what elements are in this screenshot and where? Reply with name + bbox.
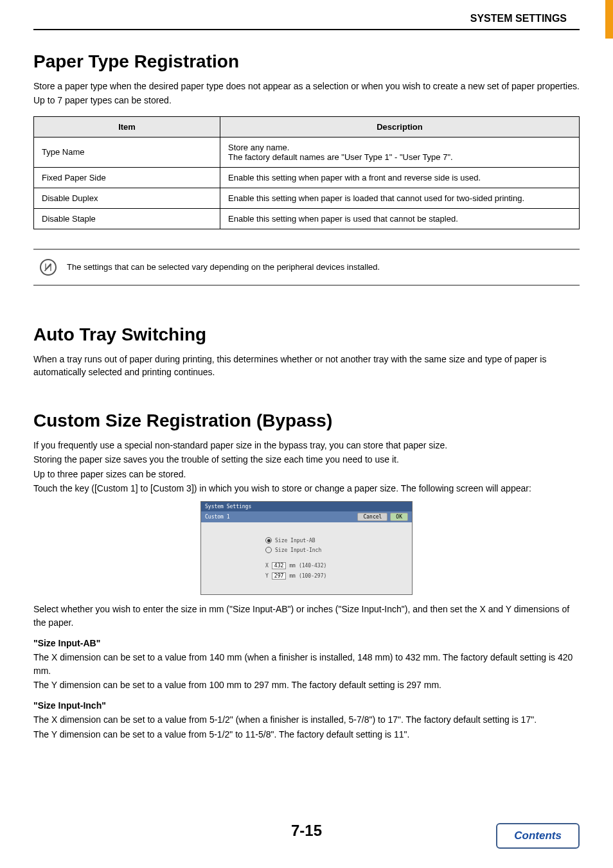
radio-icon: [265, 547, 272, 553]
size-input-ab-heading: "Size Input-AB": [33, 637, 580, 650]
y-range: (100-297): [299, 573, 326, 579]
table-cell-desc: Enable this setting when paper with a fr…: [220, 167, 580, 188]
header-orange-accent: [605, 0, 613, 39]
custom-size-p1: If you frequently use a special non-stan…: [33, 439, 580, 452]
radio-icon: [265, 537, 272, 544]
mini-screen-toolbar: Custom 1 Cancel OK: [201, 511, 412, 522]
y-label: Y: [265, 573, 269, 579]
auto-tray-desc: When a tray runs out of paper during pri…: [33, 353, 580, 379]
mini-screen-subtitle: Custom 1: [205, 514, 230, 520]
y-unit: mm: [289, 573, 296, 579]
size-input-inch-x: The X dimension can be set to a value fr…: [33, 713, 580, 726]
x-unit: mm: [289, 563, 296, 569]
table-header-row: Item Description: [34, 116, 580, 137]
table-row: Disable Duplex Enable this setting when …: [34, 188, 580, 208]
note-text: The settings that can be selected vary d…: [67, 262, 380, 272]
radio-size-input-ab[interactable]: Size Input-AB: [265, 537, 373, 544]
note-box: The settings that can be selected vary d…: [33, 249, 580, 286]
table-row: Disable Staple Enable this setting when …: [34, 208, 580, 229]
main-content: Paper Type Registration Store a paper ty…: [33, 51, 580, 742]
table-cell-item: Type Name: [34, 137, 220, 167]
table-header-item: Item: [34, 116, 220, 137]
mini-screen: System Settings Custom 1 Cancel OK Size …: [200, 501, 413, 595]
custom-size-p5: Select whether you wish to enter the siz…: [33, 603, 580, 629]
x-label: X: [265, 563, 269, 569]
size-input-inch-heading: "Size Input-Inch": [33, 699, 580, 712]
section-heading-paper-type: Paper Type Registration: [33, 51, 580, 72]
custom-size-p3: Up to three paper sizes can be stored.: [33, 468, 580, 481]
page-header-title: SYSTEM SETTINGS: [470, 13, 567, 24]
table-cell-item: Fixed Paper Side: [34, 167, 220, 188]
x-dimension-row: X 432 mm (140-432): [265, 562, 373, 569]
table-cell-desc: Store any name. The factory default name…: [220, 137, 580, 167]
embedded-screenshot: System Settings Custom 1 Cancel OK Size …: [33, 501, 580, 595]
custom-size-p2: Storing the paper size saves you the tro…: [33, 453, 580, 466]
custom-size-p4: Touch the key ([Custom 1] to [Custom 3])…: [33, 482, 580, 495]
section-heading-custom-size: Custom Size Registration (Bypass): [33, 411, 580, 431]
table-cell-item: Disable Duplex: [34, 188, 220, 208]
cancel-button[interactable]: Cancel: [357, 513, 387, 521]
table-row: Type Name Store any name. The factory de…: [34, 137, 580, 167]
note-icon: [40, 259, 57, 276]
radio-size-input-inch[interactable]: Size Input-Inch: [265, 547, 373, 553]
contents-link[interactable]: Contents: [496, 823, 580, 849]
table-cell-desc: Enable this setting when paper is used t…: [220, 208, 580, 229]
paper-type-intro-2: Up to 7 paper types can be stored.: [33, 94, 580, 107]
section-heading-auto-tray: Auto Tray Switching: [33, 324, 580, 345]
table-cell-desc: Enable this setting when paper is loaded…: [220, 188, 580, 208]
x-value-input[interactable]: 432: [272, 562, 286, 569]
header-rule: [33, 29, 580, 30]
paper-type-table: Item Description Type Name Store any nam…: [33, 116, 580, 229]
table-cell-item: Disable Staple: [34, 208, 220, 229]
paper-type-intro-1: Store a paper type when the desired pape…: [33, 80, 580, 93]
mini-screen-titlebar: System Settings: [201, 502, 412, 511]
y-value-input[interactable]: 297: [272, 572, 286, 580]
mini-screen-body: Size Input-AB Size Input-Inch X 432 mm (…: [201, 522, 412, 594]
y-dimension-row: Y 297 mm (100-297): [265, 572, 373, 580]
table-header-description: Description: [220, 116, 580, 137]
size-input-ab-y: The Y dimension can be set to a value fr…: [33, 678, 580, 691]
x-range: (140-432): [299, 563, 326, 569]
size-input-ab-x: The X dimension can be set to a value fr…: [33, 651, 580, 677]
table-row: Fixed Paper Side Enable this setting whe…: [34, 167, 580, 188]
xy-inputs: X 432 mm (140-432) Y 297 mm (100-297): [265, 562, 373, 580]
ok-button[interactable]: OK: [390, 513, 408, 521]
size-input-inch-y: The Y dimension can be set to a value fr…: [33, 728, 580, 741]
radio-label: Size Input-AB: [275, 538, 315, 544]
radio-label: Size Input-Inch: [275, 547, 321, 553]
